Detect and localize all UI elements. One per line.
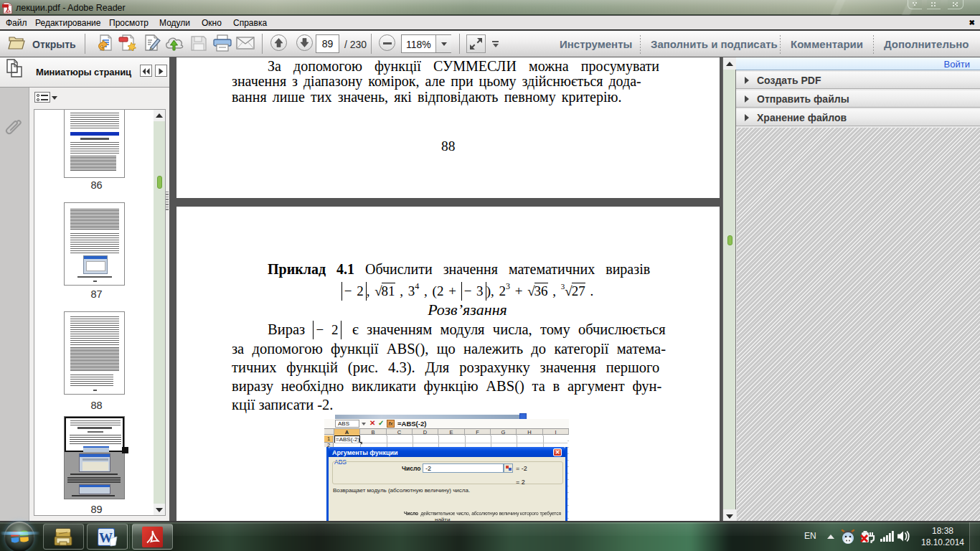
- svg-text:W: W: [99, 530, 113, 545]
